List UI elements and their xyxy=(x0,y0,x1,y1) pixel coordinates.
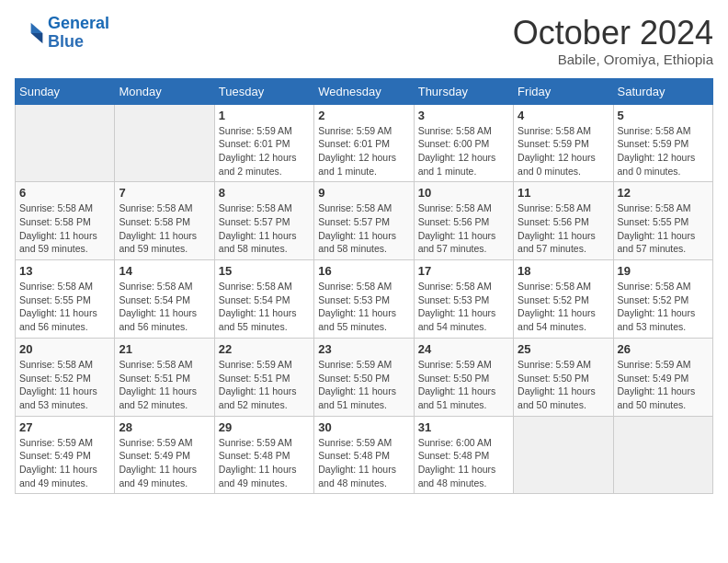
day-info: Sunrise: 5:58 AMSunset: 5:58 PMDaylight:… xyxy=(19,201,110,256)
calendar-table: SundayMondayTuesdayWednesdayThursdayFrid… xyxy=(15,78,713,495)
day-number: 16 xyxy=(318,264,409,278)
day-info: Sunrise: 5:59 AMSunset: 6:01 PMDaylight:… xyxy=(219,124,310,178)
calendar-cell: 10Sunrise: 5:58 AMSunset: 5:56 PMDayligh… xyxy=(414,182,513,260)
calendar-cell: 9Sunrise: 5:58 AMSunset: 5:57 PMDaylight… xyxy=(314,182,414,260)
calendar-cell: 13Sunrise: 5:58 AMSunset: 5:55 PMDayligh… xyxy=(16,260,115,339)
weekday-header: Sunday xyxy=(16,78,115,104)
title-area: October 2024 Babile, Oromiya, Ethiopia xyxy=(513,15,713,67)
calendar-cell xyxy=(115,104,214,182)
day-number: 28 xyxy=(119,420,210,434)
calendar-cell: 22Sunrise: 5:59 AMSunset: 5:51 PMDayligh… xyxy=(214,338,313,416)
day-number: 8 xyxy=(219,186,310,200)
day-number: 23 xyxy=(318,342,409,356)
day-number: 12 xyxy=(618,186,709,200)
day-number: 27 xyxy=(19,420,110,434)
day-number: 10 xyxy=(418,186,509,200)
day-number: 19 xyxy=(618,264,709,278)
day-info: Sunrise: 6:00 AMSunset: 5:48 PMDaylight:… xyxy=(418,436,509,490)
day-info: Sunrise: 5:59 AMSunset: 5:51 PMDaylight:… xyxy=(219,358,310,412)
location-subtitle: Babile, Oromiya, Ethiopia xyxy=(513,52,713,67)
calendar-cell: 17Sunrise: 5:58 AMSunset: 5:53 PMDayligh… xyxy=(414,260,513,339)
svg-marker-1 xyxy=(31,33,43,43)
day-number: 7 xyxy=(119,186,210,200)
day-number: 11 xyxy=(518,186,609,200)
day-info: Sunrise: 5:58 AMSunset: 5:57 PMDaylight:… xyxy=(219,201,310,256)
day-number: 22 xyxy=(219,342,310,356)
page-header: General Blue October 2024 Babile, Oromiy… xyxy=(15,15,713,67)
calendar-cell: 24Sunrise: 5:59 AMSunset: 5:50 PMDayligh… xyxy=(414,338,513,416)
day-info: Sunrise: 5:58 AMSunset: 5:52 PMDaylight:… xyxy=(518,280,609,334)
weekday-header: Thursday xyxy=(414,78,513,104)
day-info: Sunrise: 5:59 AMSunset: 5:49 PMDaylight:… xyxy=(618,358,709,412)
weekday-header: Friday xyxy=(514,78,613,104)
day-info: Sunrise: 5:59 AMSunset: 5:49 PMDaylight:… xyxy=(119,436,210,490)
calendar-cell: 8Sunrise: 5:58 AMSunset: 5:57 PMDaylight… xyxy=(214,182,313,260)
day-number: 18 xyxy=(518,264,609,278)
day-number: 20 xyxy=(19,342,110,356)
calendar-cell: 5Sunrise: 5:58 AMSunset: 5:59 PMDaylight… xyxy=(613,104,712,182)
calendar-cell: 6Sunrise: 5:58 AMSunset: 5:58 PMDaylight… xyxy=(16,182,115,260)
calendar-cell: 28Sunrise: 5:59 AMSunset: 5:49 PMDayligh… xyxy=(115,416,214,494)
day-number: 31 xyxy=(418,420,509,434)
calendar-cell xyxy=(514,416,613,494)
day-number: 17 xyxy=(418,264,509,278)
day-info: Sunrise: 5:58 AMSunset: 5:55 PMDaylight:… xyxy=(618,201,709,256)
day-info: Sunrise: 5:58 AMSunset: 5:52 PMDaylight:… xyxy=(19,358,110,412)
day-info: Sunrise: 5:58 AMSunset: 5:56 PMDaylight:… xyxy=(418,201,509,256)
day-info: Sunrise: 5:59 AMSunset: 5:50 PMDaylight:… xyxy=(318,358,409,412)
month-title: October 2024 xyxy=(513,15,713,52)
calendar-cell: 19Sunrise: 5:58 AMSunset: 5:52 PMDayligh… xyxy=(613,260,712,339)
day-info: Sunrise: 5:59 AMSunset: 5:50 PMDaylight:… xyxy=(518,358,609,412)
day-info: Sunrise: 5:58 AMSunset: 5:55 PMDaylight:… xyxy=(19,280,110,334)
calendar-cell: 23Sunrise: 5:59 AMSunset: 5:50 PMDayligh… xyxy=(314,338,414,416)
day-number: 15 xyxy=(219,264,310,278)
calendar-cell: 29Sunrise: 5:59 AMSunset: 5:48 PMDayligh… xyxy=(214,416,313,494)
logo-icon xyxy=(15,18,44,48)
day-info: Sunrise: 5:58 AMSunset: 5:51 PMDaylight:… xyxy=(119,358,210,412)
day-number: 4 xyxy=(518,109,609,122)
calendar-body: 1Sunrise: 5:59 AMSunset: 6:01 PMDaylight… xyxy=(16,104,713,494)
weekday-header: Saturday xyxy=(613,78,712,104)
calendar-cell: 12Sunrise: 5:58 AMSunset: 5:55 PMDayligh… xyxy=(613,182,712,260)
day-info: Sunrise: 5:58 AMSunset: 5:57 PMDaylight:… xyxy=(318,201,409,256)
calendar-cell: 16Sunrise: 5:58 AMSunset: 5:53 PMDayligh… xyxy=(314,260,414,339)
calendar-cell xyxy=(613,416,712,494)
day-info: Sunrise: 5:58 AMSunset: 5:54 PMDaylight:… xyxy=(219,280,310,334)
day-number: 3 xyxy=(418,109,509,122)
calendar-week-row: 6Sunrise: 5:58 AMSunset: 5:58 PMDaylight… xyxy=(16,182,713,260)
calendar-cell: 11Sunrise: 5:58 AMSunset: 5:56 PMDayligh… xyxy=(514,182,613,260)
day-number: 6 xyxy=(19,186,110,200)
logo-text: General Blue xyxy=(48,15,109,52)
day-info: Sunrise: 5:59 AMSunset: 6:01 PMDaylight:… xyxy=(318,124,409,178)
svg-marker-0 xyxy=(31,23,43,33)
calendar-week-row: 1Sunrise: 5:59 AMSunset: 6:01 PMDaylight… xyxy=(16,104,713,182)
calendar-cell: 21Sunrise: 5:58 AMSunset: 5:51 PMDayligh… xyxy=(115,338,214,416)
calendar-week-row: 27Sunrise: 5:59 AMSunset: 5:49 PMDayligh… xyxy=(16,416,713,494)
day-info: Sunrise: 5:59 AMSunset: 5:49 PMDaylight:… xyxy=(19,436,110,490)
weekday-header: Tuesday xyxy=(214,78,313,104)
day-number: 14 xyxy=(119,264,210,278)
day-info: Sunrise: 5:58 AMSunset: 5:52 PMDaylight:… xyxy=(618,280,709,334)
calendar-cell: 1Sunrise: 5:59 AMSunset: 6:01 PMDaylight… xyxy=(214,104,313,182)
day-info: Sunrise: 5:59 AMSunset: 5:50 PMDaylight:… xyxy=(418,358,509,412)
calendar-week-row: 13Sunrise: 5:58 AMSunset: 5:55 PMDayligh… xyxy=(16,260,713,339)
day-info: Sunrise: 5:58 AMSunset: 6:00 PMDaylight:… xyxy=(418,124,509,178)
day-number: 30 xyxy=(318,420,409,434)
day-number: 21 xyxy=(119,342,210,356)
day-number: 5 xyxy=(618,109,709,122)
calendar-header-row: SundayMondayTuesdayWednesdayThursdayFrid… xyxy=(16,78,713,104)
calendar-cell: 20Sunrise: 5:58 AMSunset: 5:52 PMDayligh… xyxy=(16,338,115,416)
calendar-cell xyxy=(16,104,115,182)
day-info: Sunrise: 5:58 AMSunset: 5:59 PMDaylight:… xyxy=(518,124,609,178)
day-info: Sunrise: 5:58 AMSunset: 5:58 PMDaylight:… xyxy=(119,201,210,256)
logo: General Blue xyxy=(15,15,109,52)
day-number: 29 xyxy=(219,420,310,434)
calendar-cell: 4Sunrise: 5:58 AMSunset: 5:59 PMDaylight… xyxy=(514,104,613,182)
day-info: Sunrise: 5:58 AMSunset: 5:53 PMDaylight:… xyxy=(418,280,509,334)
calendar-cell: 30Sunrise: 5:59 AMSunset: 5:48 PMDayligh… xyxy=(314,416,414,494)
calendar-cell: 7Sunrise: 5:58 AMSunset: 5:58 PMDaylight… xyxy=(115,182,214,260)
calendar-cell: 3Sunrise: 5:58 AMSunset: 6:00 PMDaylight… xyxy=(414,104,513,182)
weekday-header: Wednesday xyxy=(314,78,414,104)
calendar-cell: 18Sunrise: 5:58 AMSunset: 5:52 PMDayligh… xyxy=(514,260,613,339)
day-number: 2 xyxy=(318,109,409,122)
